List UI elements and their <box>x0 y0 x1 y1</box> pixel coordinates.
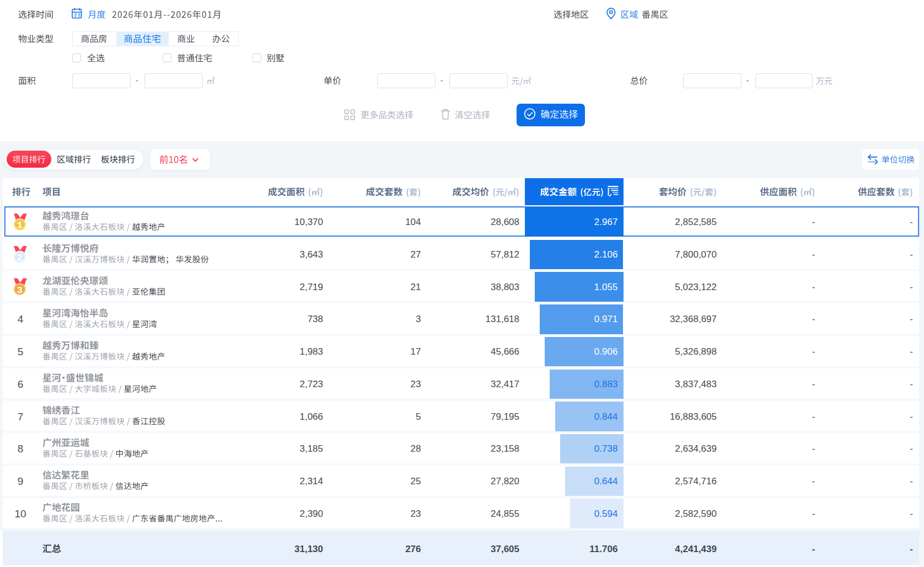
svg-text:5,326,898: 5,326,898 <box>675 346 717 357</box>
svg-text:8: 8 <box>18 443 24 454</box>
svg-text:2,390: 2,390 <box>299 509 323 519</box>
svg-text:3: 3 <box>17 285 23 296</box>
svg-text:-: - <box>910 346 913 357</box>
svg-text:0.738: 0.738 <box>594 443 618 454</box>
svg-text:2,574,716: 2,574,716 <box>675 476 717 486</box>
svg-text:32,368,697: 32,368,697 <box>670 314 717 324</box>
svg-text:24,855: 24,855 <box>491 509 519 519</box>
svg-text:0.883: 0.883 <box>594 379 618 389</box>
svg-text:25: 25 <box>411 476 421 486</box>
svg-text:6: 6 <box>18 378 24 390</box>
svg-text:23: 23 <box>411 379 421 389</box>
svg-text:-: - <box>812 509 815 519</box>
svg-text:-: - <box>812 346 815 357</box>
svg-text:9: 9 <box>18 475 24 487</box>
svg-text:28,608: 28,608 <box>491 217 519 227</box>
svg-text:-: - <box>440 76 443 85</box>
svg-text:-: - <box>910 217 913 227</box>
svg-text:0.594: 0.594 <box>594 509 618 519</box>
svg-text:1,983: 1,983 <box>299 346 323 357</box>
svg-text:0.844: 0.844 <box>594 411 618 422</box>
svg-text:37,605: 37,605 <box>491 544 519 554</box>
svg-text:38,803: 38,803 <box>491 282 519 292</box>
svg-text:-: - <box>812 282 815 292</box>
svg-text:-: - <box>910 509 913 519</box>
svg-text:27,820: 27,820 <box>491 476 519 486</box>
svg-text:2.106: 2.106 <box>594 249 618 260</box>
svg-text:2.967: 2.967 <box>594 217 618 227</box>
svg-text:-: - <box>746 76 749 85</box>
svg-text:-: - <box>910 379 913 389</box>
svg-text:-: - <box>910 314 913 324</box>
svg-text:45,666: 45,666 <box>491 346 519 357</box>
svg-text:2,719: 2,719 <box>299 282 323 292</box>
svg-text:11.706: 11.706 <box>589 544 617 554</box>
svg-text:-: - <box>812 249 815 260</box>
svg-text:276: 276 <box>405 544 421 554</box>
svg-text:-: - <box>812 379 815 389</box>
svg-text:-: - <box>910 282 913 292</box>
svg-text:28: 28 <box>411 443 421 454</box>
svg-text:-: - <box>910 443 913 454</box>
svg-text:32,417: 32,417 <box>491 379 519 389</box>
svg-text:0.644: 0.644 <box>594 476 618 486</box>
svg-text:5,023,122: 5,023,122 <box>675 282 717 292</box>
svg-text:2,723: 2,723 <box>299 379 323 389</box>
svg-text:-: - <box>910 544 913 554</box>
svg-text:-: - <box>812 443 815 454</box>
svg-text:23,158: 23,158 <box>491 443 519 454</box>
svg-text:1: 1 <box>17 220 23 231</box>
svg-text:10,370: 10,370 <box>294 217 323 227</box>
svg-text:16,883,605: 16,883,605 <box>670 411 717 422</box>
svg-text:-: - <box>812 544 815 554</box>
svg-text:31,130: 31,130 <box>294 544 323 554</box>
svg-text:1.055: 1.055 <box>594 282 618 292</box>
svg-text:23: 23 <box>411 509 421 519</box>
svg-text:57,812: 57,812 <box>491 249 519 260</box>
svg-text:2,634,639: 2,634,639 <box>675 443 717 454</box>
svg-text:7: 7 <box>18 411 24 422</box>
svg-text:79,195: 79,195 <box>491 411 519 422</box>
svg-text:-: - <box>812 411 815 422</box>
svg-text:-: - <box>812 314 815 324</box>
svg-text:104: 104 <box>405 217 421 227</box>
svg-text:3,185: 3,185 <box>299 443 323 454</box>
svg-text:2,314: 2,314 <box>299 476 323 486</box>
svg-text:7,800,070: 7,800,070 <box>675 249 717 260</box>
svg-text:131,618: 131,618 <box>486 314 519 324</box>
svg-text:2: 2 <box>17 253 23 263</box>
svg-text:-: - <box>812 476 815 486</box>
svg-text:4,241,439: 4,241,439 <box>675 544 717 554</box>
svg-text:0.971: 0.971 <box>594 314 618 324</box>
svg-text:-: - <box>812 217 815 227</box>
svg-text:1,066: 1,066 <box>299 411 323 422</box>
svg-text:10: 10 <box>14 508 26 520</box>
svg-text:-: - <box>910 249 913 260</box>
svg-text:27: 27 <box>411 249 421 260</box>
svg-text:5: 5 <box>18 346 24 357</box>
svg-text:2,582,590: 2,582,590 <box>675 509 717 519</box>
svg-text:3,643: 3,643 <box>299 249 323 260</box>
svg-text:-: - <box>910 411 913 422</box>
svg-text:3: 3 <box>416 314 421 324</box>
svg-text:5: 5 <box>416 411 421 422</box>
svg-text:738: 738 <box>308 314 323 324</box>
svg-text:2,852,585: 2,852,585 <box>675 217 717 227</box>
svg-text:21: 21 <box>411 282 421 292</box>
svg-text:-: - <box>136 76 138 85</box>
svg-text:-: - <box>910 476 913 486</box>
svg-text:17: 17 <box>411 346 421 357</box>
svg-text:0.906: 0.906 <box>594 346 618 357</box>
svg-text:3,837,483: 3,837,483 <box>675 379 717 389</box>
svg-text:4: 4 <box>18 313 24 325</box>
